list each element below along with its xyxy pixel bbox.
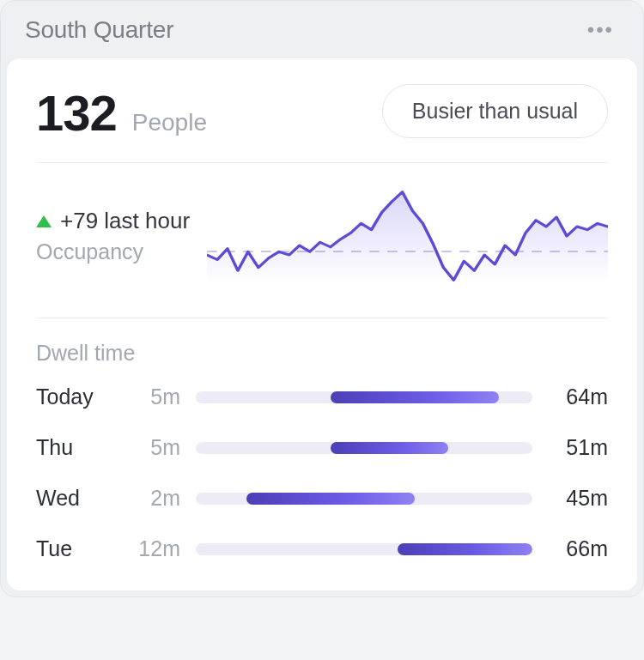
dwell-range-fill — [398, 543, 532, 555]
card-title: South Quarter — [25, 16, 173, 44]
trend-up-icon — [36, 215, 52, 227]
dwell-row: Today5m64m — [36, 384, 608, 409]
more-horizontal-icon: ••• — [587, 18, 614, 41]
dwell-day-label: Thu — [36, 435, 113, 460]
dwell-min-value: 12m — [129, 536, 180, 561]
dwell-rows: Today5m64mThu5m51mWed2m45mTue12m66m — [36, 384, 608, 561]
people-label: People — [132, 109, 207, 136]
summary-row: 132 People Busier than usual — [36, 84, 608, 163]
occupancy-left: +79 last hour Occupancy — [36, 208, 190, 264]
occupancy-row: +79 last hour Occupancy — [36, 163, 608, 318]
dwell-range-fill — [331, 391, 499, 403]
occupancy-sparkline — [207, 189, 608, 283]
dwell-range-bar — [196, 543, 532, 555]
people-count: 132 — [36, 88, 117, 138]
dwell-day-label: Tue — [36, 536, 113, 561]
occupancy-delta-text: +79 last hour — [60, 208, 190, 234]
count-block: 132 People — [36, 88, 207, 138]
occupancy-label: Occupancy — [36, 239, 190, 264]
dwell-row: Tue12m66m — [36, 536, 608, 561]
dwell-range-bar — [196, 391, 532, 403]
card-body: 132 People Busier than usual +79 last ho… — [6, 58, 638, 591]
more-button[interactable]: ••• — [582, 15, 619, 45]
dwell-min-value: 2m — [129, 486, 180, 511]
dwell-max-value: 45m — [548, 486, 608, 511]
occupancy-card: South Quarter ••• 132 People Busier than… — [0, 0, 644, 597]
dwell-range-fill — [331, 442, 448, 454]
dwell-day-label: Today — [36, 384, 113, 409]
dwell-range-bar — [196, 493, 532, 505]
dwell-min-value: 5m — [129, 384, 180, 409]
dwell-day-label: Wed — [36, 486, 113, 511]
dwell-min-value: 5m — [129, 435, 180, 460]
dwell-row: Wed2m45m — [36, 486, 608, 511]
status-pill: Busier than usual — [382, 84, 608, 138]
occupancy-delta: +79 last hour — [36, 208, 190, 234]
dwell-row: Thu5m51m — [36, 435, 608, 460]
dwell-section: Dwell time Today5m64mThu5m51mWed2m45mTue… — [36, 318, 608, 561]
dwell-title: Dwell time — [36, 341, 608, 366]
sparkline-area — [207, 192, 608, 283]
card-header: South Quarter ••• — [1, 1, 643, 58]
dwell-range-fill — [246, 493, 415, 505]
dwell-range-bar — [196, 442, 532, 454]
dwell-max-value: 66m — [548, 536, 608, 561]
dwell-max-value: 51m — [548, 435, 608, 460]
occupancy-chart — [207, 189, 608, 283]
dwell-max-value: 64m — [548, 384, 608, 409]
